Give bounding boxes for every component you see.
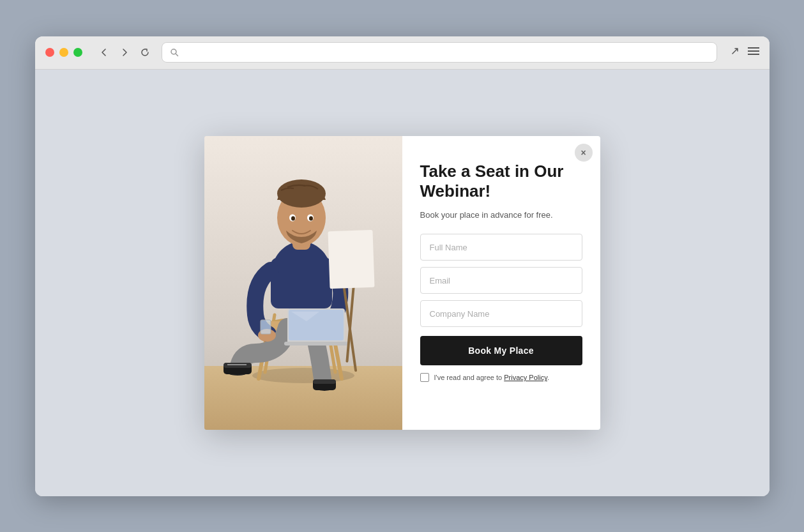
modal-form-area: × Take a Seat in Our Webinar! Book your … xyxy=(402,136,600,430)
svg-point-29 xyxy=(291,216,295,220)
person-illustration xyxy=(204,136,402,430)
full-name-input[interactable] xyxy=(420,234,582,261)
modal-close-button[interactable]: × xyxy=(575,144,593,162)
svg-rect-14 xyxy=(271,257,332,308)
modal-title: Take a Seat in Our Webinar! xyxy=(420,162,582,201)
company-name-input[interactable] xyxy=(420,300,582,327)
company-group xyxy=(420,300,582,327)
submit-button[interactable]: Book My Place xyxy=(420,336,582,365)
refresh-button[interactable] xyxy=(136,43,154,61)
privacy-policy-link[interactable]: Privacy Policy xyxy=(504,374,547,381)
browser-window: × Take a Seat in Our Webinar! Book your … xyxy=(35,36,770,496)
nav-buttons xyxy=(95,43,154,61)
address-bar[interactable] xyxy=(162,42,717,63)
modal-subtitle: Book your place in advance for free. xyxy=(420,209,582,222)
back-button[interactable] xyxy=(95,43,113,61)
privacy-label: I've read and agree to Privacy Policy. xyxy=(434,374,549,381)
privacy-checkbox[interactable] xyxy=(420,373,429,382)
modal-image-panel xyxy=(204,136,402,430)
webinar-modal: × Take a Seat in Our Webinar! Book your … xyxy=(204,136,600,430)
svg-rect-17 xyxy=(224,363,252,368)
svg-rect-37 xyxy=(328,229,374,288)
email-group xyxy=(420,267,582,294)
page-background: × Take a Seat in Our Webinar! Book your … xyxy=(35,70,770,496)
browser-titlebar xyxy=(35,36,770,70)
external-link-button[interactable] xyxy=(730,46,740,59)
forward-button[interactable] xyxy=(116,43,133,61)
full-name-group xyxy=(420,234,582,261)
privacy-row: I've read and agree to Privacy Policy. xyxy=(420,373,582,382)
svg-rect-33 xyxy=(284,342,348,346)
browser-content: × Take a Seat in Our Webinar! Book your … xyxy=(35,70,770,496)
svg-rect-34 xyxy=(261,320,271,334)
close-window-button[interactable] xyxy=(45,48,54,57)
search-icon xyxy=(170,48,179,57)
address-bar-wrapper xyxy=(162,42,717,63)
email-input[interactable] xyxy=(420,267,582,294)
traffic-lights xyxy=(45,48,82,57)
minimize-window-button[interactable] xyxy=(59,48,68,57)
menu-button[interactable] xyxy=(748,47,759,58)
svg-point-0 xyxy=(171,49,176,54)
svg-point-30 xyxy=(309,216,313,220)
maximize-window-button[interactable] xyxy=(73,48,82,57)
browser-actions xyxy=(730,46,759,59)
modal-image-background xyxy=(204,136,402,430)
svg-rect-21 xyxy=(313,379,336,384)
